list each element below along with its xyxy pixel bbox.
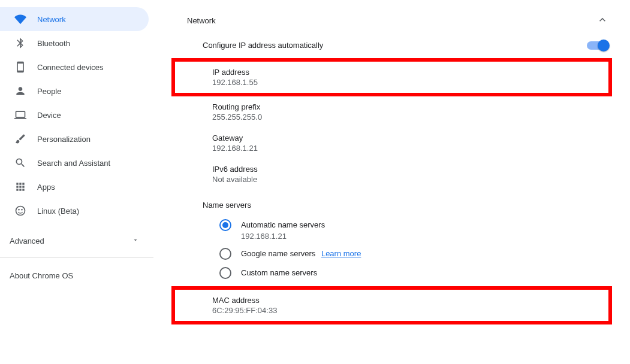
learn-more-link[interactable]: Learn more xyxy=(321,249,361,258)
svg-point-0 xyxy=(16,207,25,216)
radio-google-content: Google name servers Learn more xyxy=(241,248,361,258)
mac-address-label: MAC address xyxy=(212,296,608,305)
sidebar-item-personalization[interactable]: Personalization xyxy=(0,127,149,151)
sidebar-item-label: Apps xyxy=(37,183,55,192)
radio-automatic-value: 192.168.1.21 xyxy=(241,232,325,241)
network-section-header[interactable]: Network xyxy=(171,8,612,32)
sidebar-item-apps[interactable]: Apps xyxy=(0,175,149,199)
wifi-icon xyxy=(14,13,26,25)
radio-automatic-label: Automatic name servers xyxy=(241,220,325,229)
radio-custom[interactable] xyxy=(219,267,231,279)
search-icon xyxy=(14,157,26,169)
caret-down-icon xyxy=(132,236,139,245)
routing-prefix-block: Routing prefix 255.255.255.0 xyxy=(171,96,612,128)
sidebar-item-label: Bluetooth xyxy=(37,39,70,48)
linux-icon xyxy=(14,205,26,217)
mac-address-value: 6C:29:95:FF:04:33 xyxy=(212,306,608,315)
sidebar-item-network[interactable]: Network xyxy=(0,7,149,31)
ipv6-value: Not available xyxy=(212,175,612,184)
sidebar-item-linux[interactable]: Linux (Beta) xyxy=(0,199,149,223)
sidebar-item-search-assistant[interactable]: Search and Assistant xyxy=(0,151,149,175)
ipv6-block: IPv6 address Not available xyxy=(171,159,612,190)
mac-address-highlight: MAC address 6C:29:95:FF:04:33 xyxy=(171,286,612,324)
radio-automatic[interactable] xyxy=(219,219,231,231)
ip-address-value: 192.168.1.55 xyxy=(212,78,608,87)
sidebar-item-connected-devices[interactable]: Connected devices xyxy=(0,55,149,79)
sidebar-item-label: Linux (Beta) xyxy=(37,207,79,216)
sidebar-item-label: Connected devices xyxy=(37,63,104,72)
person-icon xyxy=(14,85,26,97)
toggle-knob xyxy=(598,40,610,51)
radio-google-label: Google name servers xyxy=(241,249,315,258)
bluetooth-icon xyxy=(14,37,26,49)
radio-custom-content: Custom name servers xyxy=(241,267,317,277)
sidebar-item-device[interactable]: Device xyxy=(0,103,149,127)
sidebar-advanced-label: Advanced xyxy=(10,236,44,245)
sidebar-about-label: About Chrome OS xyxy=(10,271,73,280)
settings-sidebar: Network Bluetooth Connected devices Peop… xyxy=(0,0,153,364)
auto-ip-row: Configure IP address automatically xyxy=(171,32,612,58)
chevron-up-icon xyxy=(596,14,608,28)
svg-point-2 xyxy=(21,209,23,211)
nameservers-header: Name servers xyxy=(171,190,612,216)
settings-main: Network Configure IP address automatical… xyxy=(153,0,630,364)
svg-point-1 xyxy=(18,209,20,211)
brush-icon xyxy=(14,133,26,145)
sidebar-item-label: Network xyxy=(37,15,66,24)
gateway-label: Gateway xyxy=(212,134,612,142)
sidebar-item-label: Personalization xyxy=(37,135,91,144)
sidebar-about[interactable]: About Chrome OS xyxy=(0,263,153,280)
auto-ip-label: Configure IP address automatically xyxy=(203,41,323,50)
sidebar-item-label: Search and Assistant xyxy=(37,159,110,168)
ip-address-highlight: IP address 192.168.1.55 xyxy=(171,58,612,96)
sidebar-item-label: People xyxy=(37,87,61,96)
nameserver-option-custom[interactable]: Custom name servers xyxy=(171,263,612,283)
sidebar-item-label: Device xyxy=(37,111,61,120)
section-title: Network xyxy=(187,16,216,25)
radio-automatic-content: Automatic name servers 192.168.1.21 xyxy=(241,219,325,241)
sidebar-divider xyxy=(0,257,153,258)
radio-google[interactable] xyxy=(219,248,231,260)
routing-prefix-label: Routing prefix xyxy=(212,102,612,111)
laptop-icon xyxy=(14,109,26,121)
auto-ip-toggle[interactable] xyxy=(587,41,608,50)
routing-prefix-value: 255.255.255.0 xyxy=(212,113,612,122)
sidebar-item-people[interactable]: People xyxy=(0,79,149,103)
nameserver-option-google[interactable]: Google name servers Learn more xyxy=(171,244,612,263)
radio-custom-label: Custom name servers xyxy=(241,268,317,277)
ipv6-label: IPv6 address xyxy=(212,165,612,174)
sidebar-advanced-toggle[interactable]: Advanced xyxy=(0,229,153,253)
gateway-block: Gateway 192.168.1.21 xyxy=(171,128,612,159)
nameserver-option-automatic[interactable]: Automatic name servers 192.168.1.21 xyxy=(171,216,612,244)
apps-icon xyxy=(14,181,26,193)
ip-address-label: IP address xyxy=(212,68,608,77)
gateway-value: 192.168.1.21 xyxy=(212,144,612,153)
sidebar-item-bluetooth[interactable]: Bluetooth xyxy=(0,31,149,55)
device-icon xyxy=(14,61,26,73)
